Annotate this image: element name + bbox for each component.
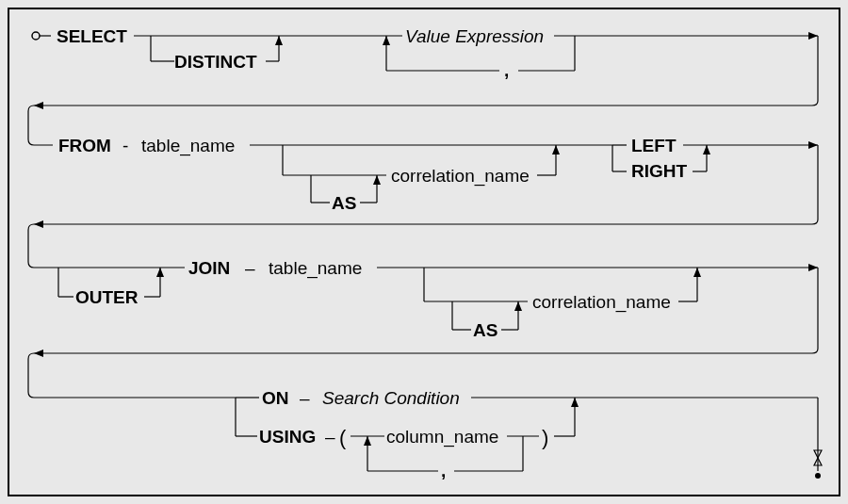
keyword-select: SELECT [57,26,127,46]
token-table-name-2: table_name [269,258,362,279]
svg-marker-50 [693,268,701,277]
keyword-as-2: AS [473,320,497,340]
token-correlation-name-1: correlation_name [391,166,530,187]
token-value-expression: Value Expression [405,26,544,46]
token-correlation-name-2: correlation_name [532,292,671,313]
token-column-name: column_name [386,427,498,447]
token-table-name-1: table_name [141,136,235,156]
comma-value-expr: , [504,60,509,80]
rparen: ) [542,426,548,449]
token-search-condition: Search Condition [322,388,460,408]
dash-join: – [245,258,255,278]
svg-marker-9 [808,32,818,40]
keyword-outer: OUTER [75,287,139,307]
svg-marker-14 [383,36,390,45]
keyword-distinct: DISTINCT [174,52,257,72]
railroad-diagram: SELECT DISTINCT Value Expression , FROM … [9,9,840,496]
keyword-join: JOIN [188,258,230,278]
dash-using: – [325,427,335,447]
svg-marker-22 [552,145,560,154]
svg-marker-71 [364,436,371,446]
diagram-frame: SELECT DISTINCT Value Expression , FROM … [8,8,840,496]
keyword-on: ON [262,388,289,408]
dash-on: – [300,388,310,408]
keyword-as-1: AS [332,193,356,213]
svg-marker-37 [34,220,43,228]
dash-from: - [122,136,128,155]
lparen: ( [339,426,347,449]
keyword-from: FROM [58,136,111,155]
svg-marker-35 [703,145,710,154]
svg-marker-27 [373,175,381,185]
svg-marker-30 [808,141,818,149]
comma-column-name: , [441,461,446,480]
svg-marker-6 [275,36,283,45]
keyword-using: USING [259,427,316,447]
svg-marker-66 [571,398,579,407]
svg-marker-16 [34,102,43,109]
svg-marker-45 [808,264,818,271]
svg-marker-57 [34,350,43,357]
svg-marker-43 [156,268,164,277]
end-terminal [815,473,821,479]
start-terminal [32,32,40,40]
keyword-right: RIGHT [631,161,688,181]
svg-marker-55 [514,301,522,311]
keyword-left: LEFT [631,136,677,155]
